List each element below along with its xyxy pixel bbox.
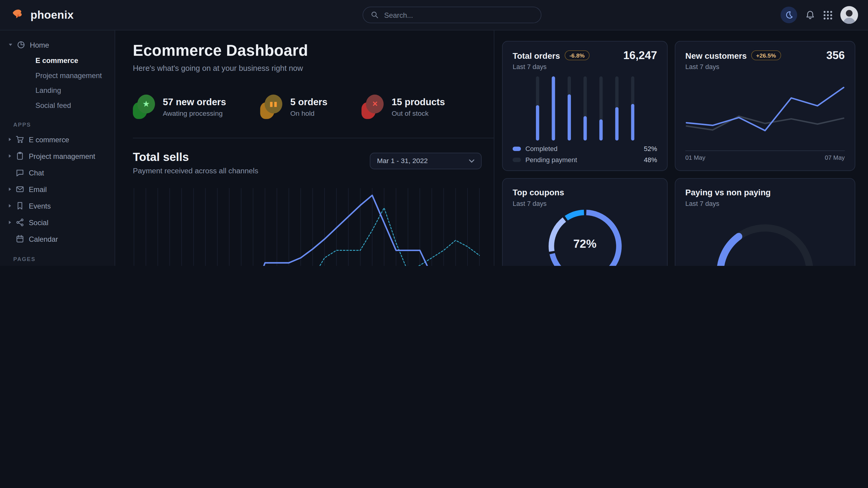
card-title: Top coupons (513, 188, 564, 197)
legend-swatch (513, 158, 521, 162)
sidebar-item-label: Chat (29, 168, 44, 177)
chevron-down-icon (9, 44, 12, 46)
apps-grid-button[interactable] (823, 10, 832, 20)
sidebar-item-label: Email (29, 185, 47, 194)
card-period: Last 7 days (513, 200, 657, 208)
chevron-right-icon (9, 188, 11, 191)
total-sells-plot (133, 187, 482, 266)
bookmark-icon (16, 201, 24, 210)
paying-vs-nonpaying-card: Paying vs non paying Last 7 days Paying … (675, 178, 855, 266)
phoenix-logo-icon (11, 8, 26, 22)
paying-gauge-chart (712, 217, 818, 266)
chevron-right-icon (9, 138, 11, 141)
card-title: New customers (685, 51, 747, 60)
envelope-icon (16, 185, 24, 194)
sidebar-item-calendar[interactable]: Calendar (0, 231, 115, 247)
stat-value: 57 new orders (163, 96, 226, 108)
sidebar-item-chat[interactable]: Chat (0, 164, 115, 181)
search-icon (371, 11, 379, 19)
notifications-button[interactable] (805, 10, 815, 20)
sidebar-item-social[interactable]: Social (0, 214, 115, 231)
total-orders-card: Total orders -6.8% 16,247 Last 7 days Co… (502, 41, 668, 171)
card-period: Last 7 days (513, 63, 657, 71)
total-sells-header: Total sells Payment received across all … (133, 151, 482, 175)
card-period: Last 7 days (685, 200, 845, 208)
top-coupons-card: Top coupons Last 7 days 72% Percentage d… (502, 178, 668, 266)
sidebar-item-ecommerce-app[interactable]: E commerce (0, 131, 115, 148)
chevron-down-icon (469, 159, 474, 163)
x-tick: 07 May (825, 154, 845, 161)
legend-label: Completed (525, 145, 558, 153)
customers-x-axis: 01 May 07 May (685, 154, 845, 161)
sidebar-subitem-ecommerce[interactable]: E commerce (0, 53, 115, 68)
chevron-right-icon (9, 221, 11, 224)
stat-value: 15 products (392, 96, 445, 108)
trend-badge: -6.8% (564, 50, 589, 60)
stats-row: ★ 57 new orders Awating processing ▮▮ (133, 95, 482, 119)
stat-orders-on-hold: ▮▮ 5 orders On hold (260, 95, 327, 119)
sidebar-scroll: Home E commerce Project management Landi… (0, 30, 115, 266)
card-title: Total orders (513, 51, 560, 60)
dashboard-left-column: Ecommerce Dashboard Here's what's going … (115, 30, 494, 266)
sidebar-item-label: Calendar (29, 235, 58, 243)
sidebar-item-label: Social (29, 218, 48, 227)
calendar-icon (16, 234, 24, 243)
bell-icon (805, 10, 815, 20)
new-orders-star-icon: ★ (133, 95, 155, 119)
legend-value: 48% (644, 156, 657, 164)
sidebar-subitem-project-management[interactable]: Project management (0, 68, 115, 83)
sidebar-section-apps: APPS (0, 113, 115, 131)
sidebar-item-label: E commerce (29, 135, 69, 144)
pie-chart-icon (17, 40, 25, 49)
theme-toggle-button[interactable] (780, 7, 797, 23)
legend-swatch (513, 147, 521, 151)
brand[interactable]: phoenix (0, 8, 104, 22)
date-range-select[interactable]: Mar 1 - 31, 2022 (370, 153, 482, 169)
orders-bar-chart (536, 74, 634, 143)
total-sells-chart: 01 May 15 May 30 May (133, 187, 482, 266)
page-title: Ecommerce Dashboard (133, 42, 482, 60)
stat-sub: Awating processing (163, 109, 226, 117)
stat-sub: Out of stock (392, 109, 445, 117)
brand-name: phoenix (30, 8, 73, 21)
on-hold-pause-icon: ▮▮ (260, 95, 282, 119)
sidebar-item-home[interactable]: Home (0, 36, 115, 53)
legend-label: Pending payment (525, 156, 577, 164)
user-avatar[interactable] (840, 6, 858, 24)
moon-icon (784, 10, 793, 19)
navbar-actions (780, 0, 858, 30)
sidebar: Home E commerce Project management Landi… (0, 30, 115, 266)
total-orders-value: 16,247 (623, 49, 657, 62)
sidebar-subitem-social-feed[interactable]: Social feed (0, 98, 115, 113)
sidebar-item-project-management-app[interactable]: Project management (0, 148, 115, 164)
sidebar-item-email[interactable]: Email (0, 181, 115, 197)
search-input[interactable] (383, 10, 533, 20)
sidebar-item-label: Project management (29, 152, 95, 160)
card-title: Paying vs non paying (685, 188, 771, 197)
out-of-stock-x-icon: × (362, 95, 384, 119)
card-period: Last 7 days (685, 63, 845, 71)
date-range-value: Mar 1 - 31, 2022 (377, 157, 428, 165)
page-subtitle: Here's what's going on at your business … (133, 64, 482, 72)
sidebar-subitem-landing[interactable]: Landing (0, 83, 115, 98)
sidebar-item-label: Home (30, 41, 49, 49)
x-tick: 01 May (685, 154, 705, 161)
grid-dots-icon (823, 10, 832, 20)
top-navbar: phoenix (0, 0, 868, 30)
global-search[interactable] (363, 7, 541, 23)
chat-bubble-icon (16, 168, 24, 177)
orders-legend: Completed52% Pending payment48% (513, 142, 657, 164)
stat-sub: On hold (290, 109, 327, 117)
clipboard-icon (16, 152, 24, 160)
donut-center-value: 72% (513, 237, 657, 251)
main-content: Ecommerce Dashboard Here's what's going … (115, 30, 868, 266)
sidebar-section-pages: PAGES (0, 247, 115, 265)
cart-icon (16, 135, 24, 144)
sidebar-item-starter[interactable]: Starter (0, 265, 115, 266)
customers-line-chart (685, 76, 845, 149)
app-root: phoenix (0, 0, 868, 266)
sidebar-item-events[interactable]: Events (0, 197, 115, 214)
legend-value: 52% (644, 145, 657, 153)
stat-new-orders: ★ 57 new orders Awating processing (133, 95, 226, 119)
share-nodes-icon (16, 218, 24, 227)
